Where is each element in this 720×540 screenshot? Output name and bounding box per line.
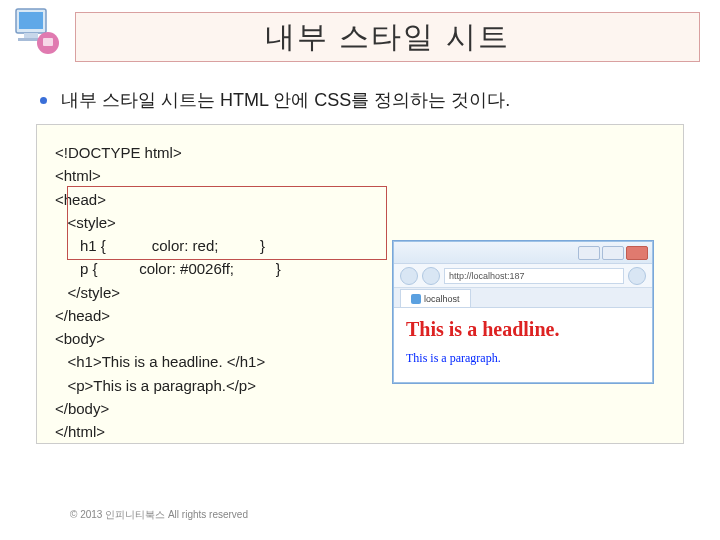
close-button[interactable]: [626, 246, 648, 260]
preview-body: This is a headline. This is a paragraph.: [394, 308, 652, 382]
slide-header: 내부 스타일 시트: [0, 0, 720, 70]
code-line: </style>: [55, 284, 120, 301]
bullet-icon: [40, 97, 47, 104]
code-line: <html>: [55, 167, 101, 184]
svg-rect-5: [43, 38, 53, 46]
code-line: <!DOCTYPE html>: [55, 144, 182, 161]
bullet-text: 내부 스타일 시트는 HTML 안에 CSS를 정의하는 것이다.: [61, 88, 510, 112]
code-line: <p>This is a paragraph.</p>: [55, 377, 256, 394]
browser-tab[interactable]: localhost: [400, 289, 471, 307]
window-titlebar: [394, 242, 652, 264]
footer-copyright: © 2013 인피니티북스 All rights reserved: [70, 508, 248, 522]
code-line: <h1>This is a headline. </h1>: [55, 353, 265, 370]
tab-strip: localhost: [394, 288, 652, 308]
preview-headline: This is a headline.: [406, 318, 640, 341]
code-line: </body>: [55, 400, 109, 417]
code-line: p { color: #0026ff; }: [55, 260, 281, 277]
forward-button[interactable]: [422, 267, 440, 285]
code-line: h1 { color: red; }: [55, 237, 265, 254]
address-bar-row: http://localhost:187: [394, 264, 652, 288]
bullet-row: 내부 스타일 시트는 HTML 안에 CSS를 정의하는 것이다.: [40, 88, 720, 112]
code-line: </html>: [55, 423, 105, 440]
page-icon: [411, 294, 421, 304]
svg-rect-2: [24, 33, 38, 38]
svg-rect-1: [19, 12, 43, 29]
browser-preview: http://localhost:187 localhost This is a…: [393, 241, 653, 383]
code-line: <head>: [55, 191, 106, 208]
tab-label: localhost: [424, 294, 460, 304]
code-line: <style>: [55, 214, 116, 231]
preview-paragraph: This is a paragraph.: [406, 351, 640, 366]
maximize-button[interactable]: [602, 246, 624, 260]
code-line: <body>: [55, 330, 105, 347]
code-box: <!DOCTYPE html> <html> <head> <style> h1…: [36, 124, 684, 444]
slide: 내부 스타일 시트 내부 스타일 시트는 HTML 안에 CSS를 정의하는 것…: [0, 0, 720, 540]
title-bar: 내부 스타일 시트: [75, 12, 700, 62]
url-field[interactable]: http://localhost:187: [444, 268, 624, 284]
refresh-button[interactable]: [628, 267, 646, 285]
code-line: </head>: [55, 307, 110, 324]
slide-title: 내부 스타일 시트: [265, 17, 510, 58]
computer-icon: [10, 5, 65, 60]
back-button[interactable]: [400, 267, 418, 285]
minimize-button[interactable]: [578, 246, 600, 260]
